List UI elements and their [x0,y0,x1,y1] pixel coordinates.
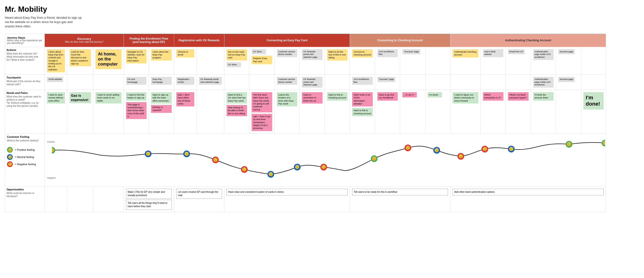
tp-cc5 [325,74,350,90]
tp-ca4 [425,74,450,90]
action-au2: User's bank website [480,47,506,74]
note-d2: Look for how much the discount is and wh… [70,49,91,66]
phase-registration: Registration with CK Rewards [174,34,224,47]
note-tp-r1: Registration screen [176,77,194,85]
action-r1: Choose to enroll [174,47,196,74]
feeling-title: Customer Feeling [7,136,42,138]
actions-sub: What does the customer do? What informat… [6,52,43,61]
opp-title: Opportunities [6,188,43,191]
note-needs-au6: I'm done! [584,92,604,110]
emoji-16: 😊 [603,141,605,145]
needs-au2: Which transaction is it? [480,90,506,134]
legend-positive-label: = Positive feeling [15,148,35,151]
phase-connecting-checking: Connecting to Checking Account [350,34,450,47]
page-title: Mr. Mobility [5,5,639,14]
note-cc1a: Out on the road– Get an Easy Pay card [226,49,247,60]
neutral-emoji: 😐 [7,154,13,160]
note-ca2: ACH enrollment flow [377,49,398,57]
needs-e1: I need to find the button to sign up Thi… [124,90,149,134]
legend-neutral-label: = Neutral feeling [15,155,34,158]
needs-d3: I want to avoid adding more cards to my … [93,90,124,134]
action-cc5: Want to do the rest of this in one sitti… [325,47,350,74]
phase-connecting-card-label: Connecting an Easy Pay Card [226,39,348,42]
emoji-5: 😟 [242,167,247,172]
action-ca3: "Success" page [400,47,426,74]
feeling-sub: What is the customer feeling? [7,139,42,142]
note-d1: I learn about Easy Pay from a friend and… [47,49,65,72]
opp-connecting-card: Have clear and consistent location of ca… [224,186,350,212]
opp-ca-1: Tell users to be ready for this in-workf… [352,189,448,195]
emoji-1: 😊 [52,148,54,152]
actions-label-cell: Actions What does the customer do? What … [5,47,45,74]
needs-ca3: ...or am I? [400,90,426,134]
action-ca4 [425,47,450,74]
note-r1: Choose to enroll [176,49,194,58]
note-needs-e2b: Birthday is required? [151,105,172,113]
note-tp-e1: CK.com homepage [126,77,147,85]
feeling-label-cell: Customer Feeling What is the customer fe… [5,133,45,186]
negative-emoji: 😟 [7,161,13,167]
touchpoint-sub: What part of the service do they interac… [6,80,43,86]
action-d2: Look for how much the discount is and wh… [67,47,93,74]
positive-axis-label: Positive [47,141,55,143]
tp-au2 [480,74,506,90]
opp-enrollment-1: Make CTAs for EP very simple and visuall… [126,189,172,199]
action-au3: Email from CK [506,47,531,74]
note-needs-cc2b: Learns the location of a store with Easy… [277,92,298,106]
note-needs-cc1a: Want to find a CK store that has Easy Pa… [226,92,247,104]
opp-d1 [45,186,67,212]
needs-label-cell: Needs and Pains What does the customer w… [5,90,45,134]
phase-connecting-checking-label: Connecting to Checking Account [352,39,448,42]
phase-authenticating-label: Authenticating Checking Account [452,39,604,42]
feeling-chart-cell: Positive Negative 😊 [45,133,606,186]
action-e2: Learn about the Easy Pay program [149,47,174,74]
needs-d2: Gas is expensive! [67,90,93,134]
needs-au6: I'm done! [581,90,606,134]
phase-connecting-card: Connecting an Easy Pay Card [224,34,350,47]
action-au1: Authenticate checking account [450,47,480,74]
tp-cc4: CK Rewards portal card selection page [300,74,325,90]
opp-sub: What could we improve or introduce? [6,192,43,198]
note-e2: Learn about the Easy Pay program [151,49,172,60]
note-cc4: CK Rewards portal card selection page [302,49,322,60]
action-cc4: CK Rewards portal card selection page [300,47,325,74]
action-au4: Authentication page inside ACH enrollmen… [531,47,556,74]
positive-emoji: 😊 [7,147,13,153]
note-needs-cc1b: Was hoping I'd be able to finish this in… [226,105,247,116]
emoji-8: 😟 [321,165,326,169]
note-au5: Success page [558,49,575,54]
note-needs-au1: I'm done! [428,92,442,98]
needs-ca2: Have to go find my checkbook [375,90,400,134]
opp-enrollment-2: Tell users all the things they'll need t… [126,200,172,210]
journey-steps-title: Journey Steps [7,36,42,39]
opp-label-cell: Opportunities What could we improve or i… [5,186,45,212]
note-cc3: Customer service phone number [277,49,298,57]
tp-au5: Success page [556,74,581,90]
note-needs-ca2: Have to go find my checkbook [377,92,398,101]
opp-d2 [67,186,93,212]
needs-r2 [196,90,224,134]
tp-r2: CK Rewards portal card selection page [196,74,224,90]
opp-authenticating: Add other bank authentication options [450,186,606,212]
tp-ca1: ACH enrollment flow [350,74,375,90]
page-subtitle: Heard about Easy Pay from a friend, deci… [5,16,82,29]
tp-au1 [450,74,480,90]
legend-negative-label: = Negative feeling [15,163,36,166]
note-tp-au5: Success page [558,77,575,82]
note-needs-au4: What's my bank password again? [508,92,528,101]
emoji-14: 😐 [509,147,514,151]
tp-d1: Circle website [45,74,67,90]
tp-cc3: Customer service phone number [274,74,300,90]
note-ca3: "Success" page [402,49,420,54]
note-tp-r2: CK Rewards portal card selection page [199,77,222,85]
tp-cc2 [250,74,275,90]
needs-sub: What does the customer want to achieve o… [6,95,43,108]
tp-ca2: "Success" page [375,74,400,90]
emoji-6: 😐 [268,172,273,176]
note-needs-cc1c: The first store didn't have any Easy Pay… [252,92,272,112]
actions-title: Actions [6,48,43,51]
needs-ca4: I'm done! [425,90,450,134]
action-e1: Navigate to CK website, scan for Easy Pa… [124,47,149,74]
emoji-11: 😐 [434,148,439,152]
phase-enrollment: Finding the Enrollment Flow (and learnin… [124,34,174,47]
